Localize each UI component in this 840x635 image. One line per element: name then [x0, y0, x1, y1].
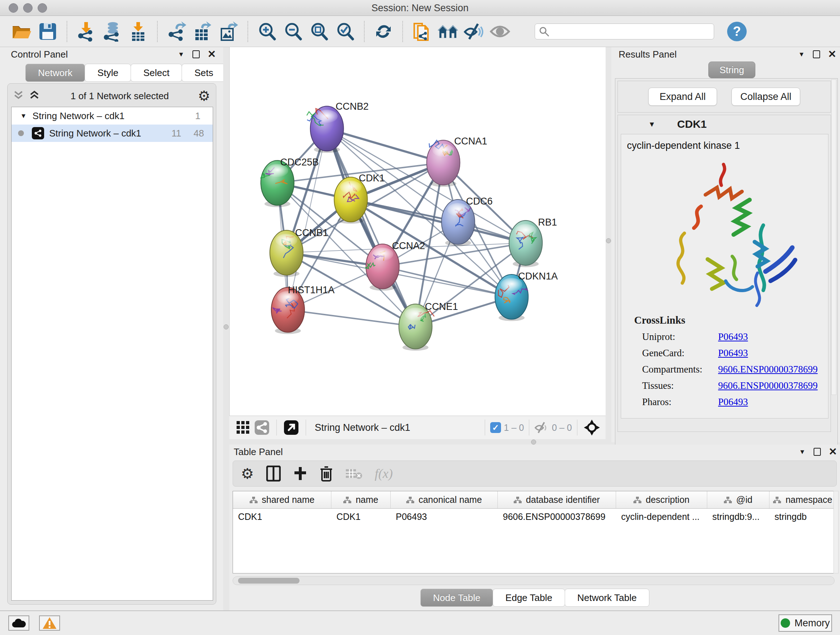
edge-HIST1H1A-CCNE1[interactable]: [288, 310, 416, 326]
tab-network-table[interactable]: Network Table: [565, 589, 649, 607]
edge-CDK1-RB1[interactable]: [351, 200, 526, 243]
right-splitter-handle[interactable]: [606, 238, 611, 243]
crosslink-link[interactable]: 9606.ENSP00000378699: [718, 380, 818, 391]
node-CCNB2[interactable]: CCNB2: [307, 101, 369, 153]
node-HIST1H1A[interactable]: HIST1H1A: [271, 285, 335, 334]
crosslink-link[interactable]: P06493: [718, 331, 748, 342]
entry-collapse-icon[interactable]: ▼: [648, 120, 655, 128]
edge-CCNB2-CCNA1[interactable]: [327, 128, 444, 163]
grid-view-button[interactable]: [235, 420, 251, 435]
export-image-button[interactable]: [218, 21, 239, 42]
panel-float-icon[interactable]: [813, 448, 821, 456]
tab-style[interactable]: Style: [85, 64, 131, 82]
node-CCNA2[interactable]: CCNA2: [365, 241, 425, 291]
export-network-button[interactable]: [166, 21, 187, 42]
panel-float-icon[interactable]: [813, 50, 820, 58]
birds-eye-view-button[interactable]: [254, 420, 270, 435]
tab-sets[interactable]: Sets: [182, 64, 226, 82]
node-RB1[interactable]: RB1: [509, 217, 557, 267]
zoom-in-button[interactable]: [256, 21, 278, 42]
help-button[interactable]: ?: [727, 22, 747, 41]
column-header-@id[interactable]: @id: [707, 491, 769, 508]
collection-expand-icon[interactable]: ▼: [20, 112, 27, 120]
table-gear-icon[interactable]: ⚙: [241, 466, 254, 481]
selected-checkbox-icon[interactable]: ✓: [490, 422, 501, 433]
edge-CCNB2-HIST1H1A[interactable]: [288, 128, 327, 310]
apply-style-button[interactable]: [373, 21, 394, 42]
first-neighbors-button[interactable]: [437, 21, 458, 42]
table-horizontal-scrollbar[interactable]: [233, 576, 835, 585]
bottom-splitter-handle[interactable]: [531, 440, 536, 445]
export-table-button[interactable]: [192, 21, 213, 42]
table-row[interactable]: CDK1CDK1P064939606.ENSP00000378699cyclin…: [233, 509, 834, 525]
node-CCNE1[interactable]: CCNE1: [399, 301, 458, 351]
tab-string-results[interactable]: String: [708, 62, 755, 78]
fit-selected-button[interactable]: [584, 420, 600, 435]
column-header-shared-name[interactable]: shared name: [233, 491, 332, 508]
collapse-all-icon[interactable]: [13, 90, 26, 102]
network-collection-row[interactable]: ▼ String Network – cdk1 1: [11, 107, 213, 125]
crosslink-link[interactable]: P06493: [718, 396, 748, 408]
open-session-button[interactable]: [11, 21, 32, 42]
node-CDKN1A[interactable]: CDKN1A: [495, 271, 557, 321]
panel-close-icon[interactable]: ✕: [208, 49, 216, 59]
detach-view-button[interactable]: [283, 420, 299, 435]
show-columns-icon[interactable]: [266, 466, 281, 481]
tab-node-table[interactable]: Node Table: [420, 589, 493, 607]
import-table-button[interactable]: [128, 21, 149, 42]
column-header-namespace[interactable]: namespace: [769, 491, 835, 508]
edge-CCNA2-CDKN1A[interactable]: [383, 266, 512, 297]
show-all-button[interactable]: [489, 21, 510, 42]
zoom-fit-button[interactable]: [309, 21, 330, 42]
memory-button[interactable]: Memory: [778, 614, 832, 632]
table-cell[interactable]: 9606.ENSP00000378699: [498, 509, 616, 525]
add-column-icon[interactable]: [293, 466, 308, 481]
results-scrollbar[interactable]: [831, 79, 836, 395]
table-cell[interactable]: CDK1: [233, 509, 332, 525]
table-vertical-scrollbar[interactable]: [834, 491, 838, 573]
table-cell[interactable]: P06493: [391, 509, 498, 525]
left-splitter-handle[interactable]: [224, 325, 229, 329]
hide-selected-button[interactable]: [463, 21, 485, 42]
zoom-out-button[interactable]: [283, 21, 303, 42]
table-cell[interactable]: stringdb: [769, 509, 835, 525]
tab-edge-table[interactable]: Edge Table: [493, 589, 565, 607]
node-CCNA1[interactable]: CCNA1: [426, 136, 487, 187]
tab-select[interactable]: Select: [131, 64, 182, 82]
save-session-button[interactable]: [37, 21, 58, 42]
crosslink-link[interactable]: P06493: [718, 348, 748, 359]
clone-network-button[interactable]: [411, 21, 432, 42]
table-cell[interactable]: stringdb:9...: [707, 509, 769, 525]
column-header-canonical-name[interactable]: canonical name: [391, 491, 498, 508]
expand-all-icon[interactable]: [29, 90, 42, 102]
panel-close-icon[interactable]: ✕: [829, 447, 837, 457]
column-header-description[interactable]: description: [616, 491, 707, 508]
crosslink-link[interactable]: 9606.ENSP00000378699: [718, 364, 818, 375]
column-header-name[interactable]: name: [332, 491, 391, 508]
collapse-all-button[interactable]: Collapse All: [731, 88, 800, 106]
search-input[interactable]: [549, 25, 710, 38]
cloud-status-button[interactable]: [8, 616, 29, 631]
warnings-button[interactable]: [39, 616, 60, 631]
tab-network[interactable]: Network: [25, 64, 85, 82]
node-CCNB1[interactable]: CCNB1: [270, 227, 328, 277]
panel-float-icon[interactable]: [193, 50, 200, 58]
node-CDC6[interactable]: CDC6: [441, 196, 493, 246]
scrollbar-thumb[interactable]: [238, 578, 300, 584]
expand-all-button[interactable]: Expand All: [648, 88, 717, 106]
panel-menu-icon[interactable]: ▼: [799, 448, 806, 456]
gear-icon[interactable]: ⚙: [198, 89, 210, 103]
network-row-selected[interactable]: String Network – cdk1 11 48: [11, 125, 213, 142]
panel-menu-icon[interactable]: ▼: [178, 51, 185, 58]
import-network-file-button[interactable]: [76, 21, 96, 42]
column-header-database-identifier[interactable]: database identifier: [498, 491, 616, 508]
import-network-database-button[interactable]: [102, 21, 123, 42]
delete-column-icon[interactable]: [320, 466, 333, 481]
network-canvas[interactable]: CCNB2CCNA1CDC25BCDK1CDC6RB1CCNB1CCNA2CDK…: [229, 47, 606, 416]
panel-menu-icon[interactable]: ▼: [798, 51, 805, 58]
table-cell[interactable]: cyclin-dependent ...: [616, 509, 707, 525]
zoom-selected-button[interactable]: [335, 21, 355, 42]
table-cell[interactable]: CDK1: [332, 509, 391, 525]
panel-close-icon[interactable]: ✕: [828, 49, 836, 59]
edge-CCNB2-CCNE1[interactable]: [327, 128, 416, 326]
